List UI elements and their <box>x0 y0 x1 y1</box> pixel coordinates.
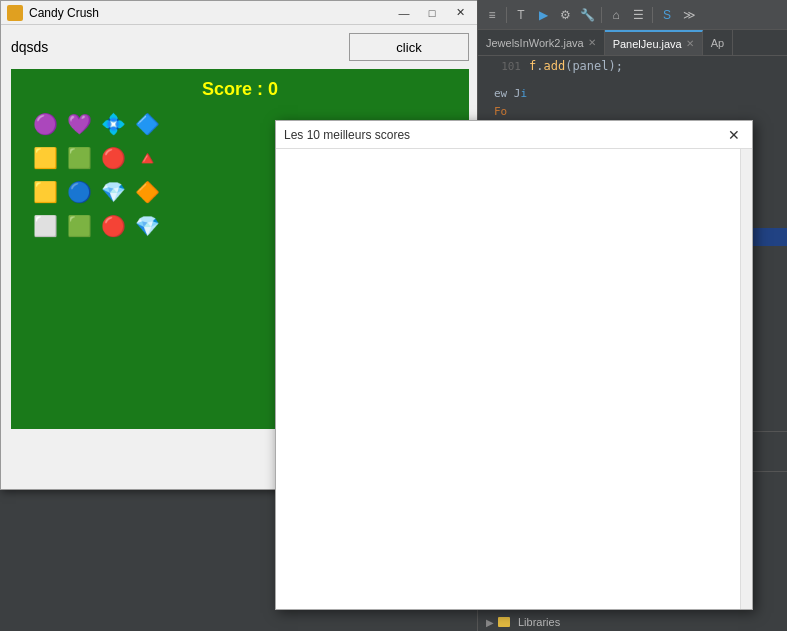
window-controls: — □ ✕ <box>391 4 473 22</box>
list-item[interactable]: 💎 <box>97 176 129 208</box>
code-line-101: 101 f.add(panel); <box>478 56 787 76</box>
line-number: 101 <box>486 60 521 73</box>
expand-icon: ▶ <box>486 617 494 628</box>
ide-toolbar: ≡ T ▶ ⚙ 🔧 ⌂ ☰ S ≫ <box>478 0 787 30</box>
tab-close-icon[interactable]: ✕ <box>588 37 596 48</box>
maximize-button[interactable]: □ <box>419 4 445 22</box>
dialog-window: Les 10 meilleurs scores ✕ <box>275 120 753 610</box>
list-item[interactable]: 💜 <box>63 108 95 140</box>
toolbar-separator-3 <box>652 7 653 23</box>
tab-panelJeu[interactable]: PanelJeu.java ✕ <box>605 30 703 55</box>
tree-item-label: Libraries <box>518 616 560 628</box>
code-content: f.add(panel); <box>529 59 623 73</box>
toolbar-icon-4[interactable]: 🔧 <box>577 5 597 25</box>
list-item[interactable]: 💎 <box>131 210 163 242</box>
tab-close-active-icon[interactable]: ✕ <box>686 38 694 49</box>
toolbar-separator-2 <box>601 7 602 23</box>
toolbar-icon-3[interactable]: ⚙ <box>555 5 575 25</box>
tab-label-active: PanelJeu.java <box>613 38 682 50</box>
code-paren: (panel); <box>565 59 623 73</box>
list-item[interactable]: 🔺 <box>131 142 163 174</box>
close-button[interactable]: ✕ <box>447 4 473 22</box>
toolbar-separator <box>506 7 507 23</box>
tab-jewelsInWork2[interactable]: JewelsInWork2.java ✕ <box>478 30 605 55</box>
toolbar-icon-run[interactable]: ▶ <box>533 5 553 25</box>
list-item[interactable]: 🟣 <box>29 108 61 140</box>
candy-titlebar: Candy Crush — □ ✕ <box>1 1 479 25</box>
tree-item-libraries[interactable]: ▶ Libraries <box>478 612 787 631</box>
list-item[interactable]: 🟩 <box>63 142 95 174</box>
list-item[interactable]: 🟩 <box>63 210 95 242</box>
dialog-body <box>276 149 752 609</box>
folder-icon <box>498 617 510 627</box>
toolbar-icon-1[interactable]: ≡ <box>482 5 502 25</box>
dialog-title: Les 10 meilleurs scores <box>284 128 410 142</box>
list-item[interactable]: 🔴 <box>97 142 129 174</box>
list-item[interactable]: 🔵 <box>63 176 95 208</box>
tab-label: JewelsInWork2.java <box>486 37 584 49</box>
candy-toolbar: dqsds click <box>1 25 479 69</box>
dialog-scrollbar[interactable] <box>740 149 752 609</box>
toolbar-icon-8[interactable]: ≫ <box>679 5 699 25</box>
list-item[interactable]: 💠 <box>97 108 129 140</box>
code-line-item: Fo <box>486 102 787 120</box>
tab-label-ap: Ap <box>711 37 724 49</box>
ide-tabs: JewelsInWork2.java ✕ PanelJeu.java ✕ Ap <box>478 30 787 56</box>
minimize-button[interactable]: — <box>391 4 417 22</box>
toolbar-icon-7[interactable]: S <box>657 5 677 25</box>
list-item[interactable]: 🔷 <box>131 108 163 140</box>
code-method-add: add <box>543 59 565 73</box>
candy-title-text: Candy Crush <box>29 6 99 20</box>
candy-label: dqsds <box>11 39 48 55</box>
candy-title-left: Candy Crush <box>7 5 99 21</box>
candy-app-icon <box>7 5 23 21</box>
toolbar-icon-2[interactable]: T <box>511 5 531 25</box>
list-item[interactable]: 🔴 <box>97 210 129 242</box>
code-line-item: ew Ji <box>486 84 787 102</box>
dialog-close-button[interactable]: ✕ <box>724 125 744 145</box>
score-display: Score : 0 <box>21 79 459 100</box>
dialog-titlebar: Les 10 meilleurs scores ✕ <box>276 121 752 149</box>
toolbar-icon-5[interactable]: ⌂ <box>606 5 626 25</box>
list-item[interactable]: 🟨 <box>29 176 61 208</box>
tab-ap[interactable]: Ap <box>703 30 733 55</box>
list-item[interactable]: ⬜ <box>29 210 61 242</box>
toolbar-icon-6[interactable]: ☰ <box>628 5 648 25</box>
list-item[interactable]: 🟨 <box>29 142 61 174</box>
list-item[interactable]: 🔶 <box>131 176 163 208</box>
click-button[interactable]: click <box>349 33 469 61</box>
